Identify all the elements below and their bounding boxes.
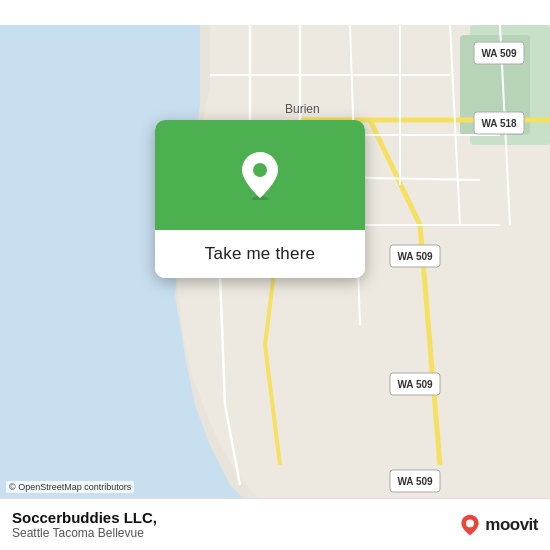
action-card: Take me there: [155, 120, 365, 278]
map-container: Burien WA 509 WA 518 WA 509 WA 509 WA 50…: [0, 0, 550, 550]
svg-text:WA 509: WA 509: [397, 251, 433, 262]
take-me-there-button[interactable]: Take me there: [205, 244, 315, 264]
moovit-logo: moovit: [459, 514, 538, 536]
moovit-text: moovit: [485, 515, 538, 535]
svg-point-37: [253, 163, 267, 177]
svg-text:WA 509: WA 509: [397, 476, 433, 487]
osm-attribution: © OpenStreetMap contributors: [6, 481, 134, 493]
svg-text:WA 509: WA 509: [481, 48, 517, 59]
place-name: Soccerbuddies LLC,: [12, 509, 157, 526]
svg-text:WA 518: WA 518: [481, 118, 517, 129]
svg-point-38: [466, 519, 474, 527]
place-location: Seattle Tacoma Bellevue: [12, 526, 157, 540]
svg-text:Burien: Burien: [285, 102, 320, 116]
location-pin-icon: [238, 153, 282, 197]
moovit-pin-icon: [459, 514, 481, 536]
place-info: Soccerbuddies LLC, Seattle Tacoma Bellev…: [12, 509, 157, 540]
card-map-section: [155, 120, 365, 230]
bottom-bar: Soccerbuddies LLC, Seattle Tacoma Bellev…: [0, 498, 550, 550]
svg-text:WA 509: WA 509: [397, 379, 433, 390]
card-button-section[interactable]: Take me there: [155, 230, 365, 278]
